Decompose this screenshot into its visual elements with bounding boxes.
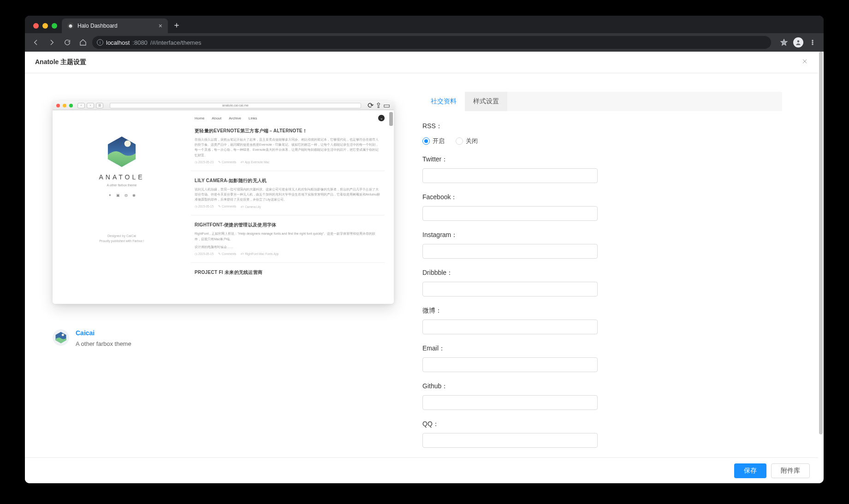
- theme-preview: ‹ › ☰ anatole.cai-cai.me ⟳ ⇪ ▭: [53, 101, 394, 304]
- radio-icon: [422, 137, 430, 145]
- tab-close-icon[interactable]: ×: [159, 22, 162, 30]
- preview-close-icon: [56, 104, 60, 107]
- tab-favicon: ☻: [67, 23, 74, 29]
- rss-label: RSS：: [422, 122, 607, 130]
- instagram-icon: ▣: [116, 193, 120, 197]
- nav-links: Links: [249, 116, 257, 120]
- preview-post: 更轻量的EVERNOTE第三方客户端－ALTERNOTE！ 在很久很久以前，突然…: [191, 121, 385, 171]
- preview-sidebar-icon: ☰: [96, 103, 103, 108]
- preview-scrollbar: [389, 112, 393, 126]
- post-body: RightFont，正如官网上所说："Help designers manage…: [195, 231, 381, 241]
- svg-point-1: [812, 40, 813, 41]
- browser-tab[interactable]: ☻ Halo Dashboard ×: [62, 18, 168, 33]
- instagram-label: Instagram：: [422, 231, 607, 239]
- twitter-input[interactable]: [422, 168, 598, 183]
- post-meta: ◷ 2015-05-23 ✎ Comments 🏷 App Evernote M…: [195, 160, 381, 164]
- github-label: Github：: [422, 382, 607, 391]
- preview-post: PROJECT FI 未来的无线运营商: [191, 263, 385, 276]
- email-label: Email：: [422, 344, 607, 353]
- preview-tabs-icon: ▭: [383, 101, 390, 110]
- post-title: LILY CAMERA-如影随行的无人机: [195, 178, 381, 184]
- author-name[interactable]: Caicai: [76, 329, 131, 337]
- radio-label: 关闭: [466, 137, 478, 145]
- post-body-extra: 设计师的电脑有时候会……: [195, 244, 381, 249]
- instagram-input[interactable]: [422, 244, 598, 259]
- chevron-down-icon: ⌄: [378, 115, 385, 121]
- qq-label: QQ：: [422, 420, 607, 428]
- preview-post: LILY CAMERA-如影随行的无人机 说到无人机拍摄，首屈一指可谓国内的大疆…: [191, 171, 385, 216]
- preview-nav: Home About Archive Links ⌄: [191, 115, 385, 121]
- email-input[interactable]: [422, 357, 598, 372]
- tab-social[interactable]: 社交资料: [422, 92, 465, 111]
- svg-point-3: [812, 44, 813, 45]
- svg-point-5: [125, 141, 131, 147]
- drawer-title: Anatole 主题设置: [35, 58, 86, 66]
- nav-about: About: [212, 116, 221, 120]
- preview-designed-by: Designed by CaiCai: [107, 234, 136, 237]
- window-controls: [30, 23, 62, 33]
- preview-share-icon: ⇪: [375, 101, 381, 110]
- preview-social-row: ✦ ▣ ◍ ◉: [108, 193, 136, 197]
- rss-icon: ◉: [132, 193, 136, 197]
- dribbble-icon: ◍: [125, 193, 128, 197]
- post-title: RIGHTFONT-便捷的管理以及使用字体: [195, 222, 381, 228]
- reload-button[interactable]: [61, 36, 74, 49]
- url-path: /#/interface/themes: [150, 39, 202, 46]
- back-button[interactable]: [30, 36, 42, 49]
- menu-icon[interactable]: [806, 36, 819, 49]
- post-body: 说到无人机拍摄，首屈一指可谓国内的大疆科技。这家公司可是全球无人机控制与航拍影像…: [195, 187, 381, 202]
- save-button[interactable]: 保存: [734, 463, 766, 478]
- new-tab-button[interactable]: ＋: [168, 17, 185, 33]
- bookmark-icon[interactable]: [778, 36, 790, 49]
- preview-proudly: Proudly published with Farbox !: [99, 239, 144, 243]
- qq-input[interactable]: [422, 433, 598, 448]
- dribbble-input[interactable]: [422, 282, 598, 296]
- tab-style[interactable]: 样式设置: [465, 92, 507, 111]
- radio-label: 开启: [433, 137, 445, 145]
- minimize-window-icon[interactable]: [42, 23, 48, 29]
- tab-title: Halo Dashboard: [77, 23, 118, 29]
- rss-on-radio[interactable]: 开启: [422, 137, 445, 145]
- attachment-button[interactable]: 附件库: [771, 463, 810, 478]
- preview-reload-icon: ⟳: [368, 101, 374, 110]
- post-body: 在很久很久以前，突然云笔记开始火了起来，且主要卖点便能够多方同步。相比传统的笔记…: [195, 137, 381, 158]
- page: Anatole 主题设置 ‹ › ☰: [25, 52, 824, 483]
- scrollbar-thumb[interactable]: [819, 52, 823, 434]
- preview-post: RIGHTFONT-便捷的管理以及使用字体 RightFont，正如官网上所说：…: [191, 215, 385, 263]
- url-host: localhost: [106, 39, 130, 46]
- twitter-label: Twitter：: [422, 155, 607, 164]
- drawer-footer: 保存 附件库: [25, 457, 818, 483]
- radio-icon: [456, 137, 463, 145]
- preview-url: anatole.cai-cai.me: [110, 103, 361, 108]
- post-title: PROJECT FI 未来的无线运营商: [195, 269, 381, 276]
- post-meta: ◷ 2015-05-15 ✎ Comments 🏷 Camera Lily: [195, 205, 381, 208]
- dribbble-label: Dribbble：: [422, 269, 607, 277]
- forward-button[interactable]: [45, 36, 58, 49]
- preview-fwd-icon: ›: [87, 103, 94, 108]
- author-description: A other farbox theme: [76, 340, 131, 347]
- facebook-input[interactable]: [422, 206, 598, 221]
- preview-max-icon: [69, 104, 73, 107]
- weibo-input[interactable]: [422, 320, 598, 334]
- site-info-icon[interactable]: i: [97, 39, 103, 46]
- profile-avatar-icon[interactable]: [793, 37, 803, 47]
- github-input[interactable]: [422, 395, 598, 410]
- browser-window: ☻ Halo Dashboard × ＋ i localhost:8080/#/…: [25, 16, 824, 483]
- page-scrollbar[interactable]: [819, 52, 823, 483]
- preview-back-icon: ‹: [77, 103, 85, 108]
- post-meta: ◷ 2015-05-15 ✎ Comments 🏷 RightFont Mac …: [195, 252, 381, 256]
- close-drawer-button[interactable]: [802, 58, 808, 66]
- preview-logo-subtitle: A other farbox theme: [107, 184, 137, 187]
- social-form: RSS： 开启 关闭: [422, 111, 607, 448]
- svg-point-0: [797, 40, 800, 42]
- maximize-window-icon[interactable]: [52, 23, 57, 29]
- address-bar[interactable]: i localhost:8080/#/interface/themes: [92, 36, 771, 49]
- svg-point-8: [62, 334, 64, 336]
- anatole-logo: [106, 136, 138, 168]
- rss-off-radio[interactable]: 关闭: [456, 137, 478, 145]
- browser-toolbar: i localhost:8080/#/interface/themes: [25, 33, 824, 52]
- preview-main: Home About Archive Links ⌄ 更轻量的EVERNOTE第…: [191, 110, 394, 304]
- close-window-icon[interactable]: [33, 23, 39, 29]
- home-button[interactable]: [77, 36, 89, 49]
- nav-archive: Archive: [229, 116, 241, 120]
